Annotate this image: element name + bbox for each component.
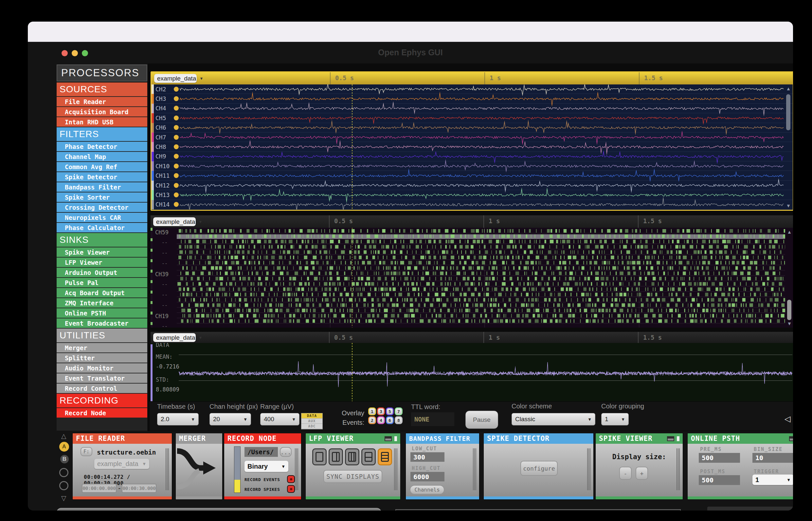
module-spike-viewer[interactable]: SPIKE VIEWER Display size: - +	[596, 433, 683, 499]
chain-selector-empty[interactable]	[59, 468, 68, 477]
sync-displays-button[interactable]: SYNC DISPLAYS	[323, 470, 382, 483]
overlay-event-button-8[interactable]: 8	[395, 416, 403, 424]
color-scheme-dropdown[interactable]: Classic ▼	[512, 413, 595, 426]
pre-ms-field[interactable]: 500	[699, 453, 740, 463]
audio-monitor-dot[interactable]	[174, 125, 179, 130]
signal-type-adc[interactable]: ADC	[301, 424, 322, 429]
audio-monitor-dot[interactable]	[174, 154, 179, 159]
message-input[interactable]	[396, 509, 681, 511]
timebase-dropdown[interactable]: 2.0 ▼	[157, 413, 199, 426]
processor-item-phase-detector[interactable]: Phase Detector	[57, 142, 147, 151]
file-select-button[interactable]: F:	[81, 447, 92, 456]
trigger-dropdown[interactable]: 1 ▼	[752, 475, 793, 485]
scroll-down-icon[interactable]: ▼	[786, 321, 793, 326]
low-cut-field[interactable]: 300	[410, 452, 445, 462]
processor-item-intan-rhd-usb[interactable]: Intan RHD USB	[57, 117, 147, 127]
stream-selector-dropdown[interactable]: example_data ▼	[153, 333, 196, 342]
processor-item-file-reader[interactable]: File Reader	[57, 97, 147, 106]
color-grouping-dropdown[interactable]: 1 ▼	[601, 413, 629, 426]
scroll-up-icon[interactable]: ▲	[786, 229, 793, 235]
processor-item-event-translator[interactable]: Event Translator	[57, 373, 147, 383]
configure-button[interactable]: configure	[520, 461, 558, 476]
display-size-minus-button[interactable]: -	[619, 467, 632, 480]
layout-single-button[interactable]	[312, 448, 326, 466]
audio-monitor-dot[interactable]	[174, 183, 179, 188]
raster-area[interactable]: CH59------CH39------CH19-- ▲ ▼	[151, 228, 793, 327]
audio-monitor-dot[interactable]	[174, 144, 179, 149]
module-lfp-viewer[interactable]: LFP VIEWER SYNC DISPLAYS	[306, 433, 400, 499]
record-format-dropdown[interactable]: Binary ▼	[245, 461, 288, 472]
open-window-icon[interactable]	[667, 436, 674, 441]
raster-display-panel[interactable]: example_data ▼ 0.5 s1 s1.5 s CH59------C…	[151, 216, 793, 327]
module-file-reader[interactable]: FILE READER F: structure.oebin example_d…	[73, 433, 172, 499]
overlay-event-button-7[interactable]: 7	[395, 407, 403, 415]
processor-item-spike-viewer[interactable]: Spike Viewer	[57, 247, 147, 257]
module-spike-detector[interactable]: SPIKE DETECTOR configure	[484, 433, 593, 499]
chain-scroll-up-icon[interactable]: △	[61, 432, 66, 440]
processor-item-lfp-viewer[interactable]: LFP Viewer	[57, 257, 147, 267]
processor-item-zmq-interface[interactable]: ZMQ Interface	[57, 298, 147, 308]
processor-item-spike-detector[interactable]: Spike Detector	[57, 172, 147, 182]
stream-selector-dropdown[interactable]: example_data ▼	[153, 217, 196, 226]
audio-monitor-dot[interactable]	[174, 173, 179, 178]
stream-dropdown[interactable]: example_data ▼	[94, 459, 149, 469]
drag-handle[interactable]	[165, 448, 169, 490]
record-path-field[interactable]: /Users/	[245, 447, 278, 457]
module-record-node[interactable]: RECORD NODE /Users/ ... Binary ▼ RECORD …	[224, 433, 301, 499]
processor-item-merger[interactable]: Merger	[57, 343, 147, 353]
processor-item-arduino-output[interactable]: Arduino Output	[57, 268, 147, 277]
processor-item-acq-board-output[interactable]: Acq Board Output	[57, 288, 147, 297]
lfp-display-panel[interactable]: example_data ▼ 0.5 s1 s1.5 s CH2CH3CH4CH…	[151, 71, 793, 211]
channels-button[interactable]: Channels	[410, 485, 445, 495]
processor-item-phase-calculator[interactable]: Phase Calculator	[57, 223, 147, 232]
processor-item-record-control[interactable]: Record Control	[57, 384, 147, 393]
processor-item-neuropixels-car[interactable]: Neuropixels CAR	[57, 213, 147, 222]
open-window-icon[interactable]	[385, 436, 392, 441]
processor-item-channel-map[interactable]: Channel Map	[57, 152, 147, 161]
signal-chain-label[interactable]: SIGNAL CHAIN △	[707, 506, 793, 511]
processor-item-record-node[interactable]: Record Node	[57, 408, 147, 417]
record-events-toggle[interactable]	[287, 475, 295, 483]
single-trace-panel[interactable]: example_data ▼ 0.5 s1 s1.5 s DATA MEAN: …	[151, 332, 793, 401]
signal-type-data[interactable]: DATA	[301, 413, 322, 418]
chan-height-dropdown[interactable]: 20 ▼	[209, 413, 251, 426]
layout-three-col-button[interactable]	[345, 448, 359, 466]
open-window-icon[interactable]	[789, 436, 793, 441]
audio-monitor-dot[interactable]	[174, 106, 179, 111]
layout-three-row-button-selected[interactable]	[378, 448, 392, 466]
browse-button[interactable]: ...	[280, 447, 292, 457]
chain-scroll-down-icon[interactable]: ▽	[61, 494, 66, 502]
range-dropdown[interactable]: 400 ▼	[260, 413, 299, 426]
audio-monitor-dot[interactable]	[174, 192, 179, 197]
chain-selector-b[interactable]: B	[60, 455, 69, 463]
scrollbar-thumb[interactable]	[787, 300, 791, 320]
pause-button[interactable]: Pause	[466, 411, 498, 429]
display-size-plus-button[interactable]: +	[636, 467, 648, 480]
overlay-event-button-3[interactable]: 3	[377, 407, 385, 415]
range-start-field[interactable]: 00:00:00.000	[82, 484, 116, 493]
audio-monitor-dot[interactable]	[174, 96, 179, 101]
processor-item-acquisition-board[interactable]: Acquisition Board	[57, 107, 147, 116]
processor-item-pulse-pal[interactable]: Pulse Pal	[57, 278, 147, 287]
single-trace-area[interactable]: DATA MEAN: -0.7216 STD: 8.80809	[151, 343, 793, 401]
processor-item-spike-sorter[interactable]: Spike Sorter	[57, 192, 147, 202]
processor-item-splitter[interactable]: Splitter	[57, 353, 147, 363]
high-cut-field[interactable]: 6000	[410, 472, 445, 481]
scroll-down-icon[interactable]: ▼	[785, 203, 792, 208]
drag-handle[interactable]	[587, 448, 590, 490]
processor-item-bandpass-filter[interactable]: Bandpass Filter	[57, 182, 147, 192]
bin-size-field[interactable]: 10	[752, 453, 793, 463]
processor-item-event-broadcaster[interactable]: Event Broadcaster	[57, 318, 147, 328]
chain-selector-a[interactable]: A	[59, 442, 69, 452]
overlay-event-button-6[interactable]: 6	[386, 416, 394, 424]
chain-selector-empty[interactable]	[59, 481, 68, 490]
audio-monitor-dot[interactable]	[174, 87, 179, 92]
audio-monitor-dot[interactable]	[174, 115, 179, 120]
drag-handle[interactable]	[295, 448, 298, 490]
overlay-event-button-5[interactable]: 5	[386, 407, 394, 415]
drag-handle[interactable]	[473, 448, 476, 490]
raster-scrollbar[interactable]: ▲ ▼	[786, 228, 793, 327]
signal-type-aux[interactable]: AUX	[301, 418, 322, 424]
drag-handle[interactable]	[394, 448, 397, 490]
lfp-scrollbar[interactable]: ▲ ▼	[785, 85, 792, 209]
